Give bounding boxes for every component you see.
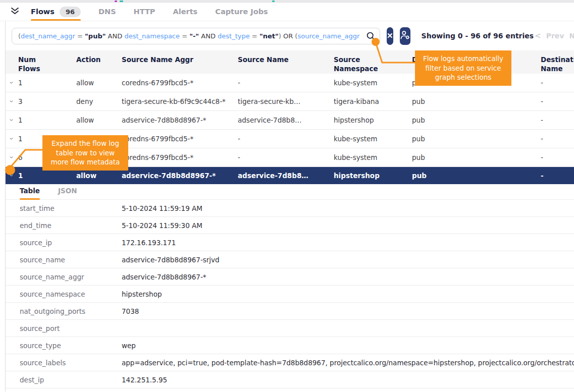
detail-value: 172.16.193.171 — [122, 239, 574, 247]
detail-value: 7038 — [122, 307, 574, 315]
flow-table-row[interactable]: 3 deny tigera-secure-kb-6f9c9c44c8-* tig… — [6, 92, 574, 111]
tab-count-badge: 96 — [60, 7, 81, 17]
expand-row-chevron-icon[interactable] — [10, 174, 18, 178]
query-token: = — [250, 32, 259, 40]
cell-action: allow — [76, 116, 122, 124]
cell-source-name-aggr: coredns-6799fbcd5-* — [122, 135, 238, 143]
prev-button[interactable]: Prev — [545, 32, 565, 40]
expand-row-chevron-icon[interactable] — [10, 118, 18, 122]
log-tab[interactable]: DNS — [98, 3, 116, 21]
cell-source-name: - — [238, 153, 334, 161]
cell-destination-name: - — [541, 135, 574, 143]
cell-source-name-aggr: adservice-7d8b8d8967-* — [122, 172, 238, 180]
log-tab[interactable]: HTTP — [134, 3, 155, 21]
tab-label: HTTP — [134, 8, 155, 16]
cell-action: allow — [76, 79, 122, 87]
tab-label: Alerts — [173, 8, 197, 16]
expand-row-chevron-icon[interactable] — [10, 137, 18, 141]
decorative-speck — [115, 1, 117, 2]
detail-key: source_labels — [20, 359, 122, 367]
prev-chevron-icon[interactable]: < — [534, 31, 542, 40]
detail-tab-label: JSON — [58, 187, 77, 195]
next-button[interactable]: Next — [568, 32, 574, 40]
detail-row: source_ip 172.16.193.171 — [6, 234, 574, 251]
detail-row: source_type wep — [6, 337, 574, 354]
cell-action: allow — [76, 172, 122, 180]
cell-source-name: - — [238, 79, 334, 87]
detail-value: 5-10-2024 11:59:19 AM — [122, 204, 574, 212]
detail-key: source_port — [20, 324, 122, 332]
log-tab[interactable]: Capture Jobs — [215, 3, 268, 21]
detail-value: hipstershop — [122, 290, 574, 298]
detail-tab[interactable]: Table — [20, 187, 40, 199]
query-token: AND — [106, 32, 124, 40]
expand-row-chevron-icon[interactable] — [10, 155, 18, 159]
header-num-flows: Num Flows — [18, 55, 44, 73]
detail-row: source_port — [6, 320, 574, 337]
header-source-name: Source Name — [238, 55, 334, 64]
close-icon: ✕ — [387, 31, 393, 40]
expand-row-chevron-icon[interactable] — [10, 99, 18, 103]
cell-source-namespace: hipstershop — [334, 172, 412, 180]
cutoff-content-strip — [0, 0, 574, 3]
cell-num-flows: 3 — [18, 97, 76, 105]
detail-tab[interactable]: JSON — [58, 187, 77, 199]
log-tab[interactable]: Alerts — [173, 3, 197, 21]
filter-query-text: (dest_name_aggr = "pub" AND dest_namespa… — [12, 32, 361, 40]
query-token: "net" — [259, 32, 279, 40]
cell-source-name: adservice-7d8b8… — [238, 172, 334, 180]
user-settings-button[interactable] — [400, 27, 410, 45]
log-tab[interactable]: Flows 96 — [31, 3, 81, 21]
query-token: dest_type — [218, 32, 250, 40]
collapse-panel-button[interactable] — [10, 3, 20, 21]
decorative-speck — [120, 1, 123, 2]
detail-key: start_time — [20, 204, 122, 212]
detail-key: source_name — [20, 256, 122, 264]
detail-value: app=adservice, pci=true, pod-template-ha… — [122, 359, 574, 367]
flow-table-row[interactable]: 1 allow adservice-7d8b8d8967-* adservice… — [6, 111, 574, 130]
decorative-speck — [272, 1, 275, 2]
query-token: = — [359, 32, 361, 40]
detail-row: end_time 5-10-2024 11:59:30 AM — [6, 217, 574, 234]
detail-key: dest_ip — [20, 376, 122, 384]
cell-dest-name-aggr: pub — [412, 135, 541, 143]
detail-key: source_namespace — [20, 290, 122, 298]
cell-action: deny — [76, 97, 122, 105]
detail-row: source_name_aggr adservice-7d8b8d8967-* — [6, 268, 574, 286]
cell-source-namespace: tigera-kibana — [334, 97, 412, 105]
detail-row: source_namespace hipstershop — [6, 286, 574, 303]
query-token: source_name_aggr — [297, 32, 359, 40]
cell-source-name-aggr: adservice-7d8b8d8967-* — [122, 116, 238, 124]
query-token: AND — [199, 32, 218, 40]
cell-source-name: tigera-secure-kb… — [238, 97, 334, 105]
header-source-name-aggr: Source Name Aggr — [122, 55, 238, 64]
cell-source-namespace: kube-system — [334, 79, 412, 87]
filter-query-input[interactable]: (dest_name_aggr = "pub" AND dest_namespa… — [12, 28, 380, 44]
expand-row-chevron-icon[interactable] — [10, 81, 18, 85]
cell-destination-name: - — [541, 79, 574, 87]
detail-tab-label: Table — [20, 187, 40, 195]
cell-source-namespace: kube-system — [334, 135, 412, 143]
header-destination-name: Destination Name — [541, 55, 574, 73]
detail-row: dest_ip 142.251.5.95 — [6, 371, 574, 388]
clear-filter-button[interactable]: ✕ — [387, 27, 393, 45]
cell-source-name: adservice-7d8b8… — [238, 116, 334, 124]
user-gear-icon — [400, 30, 410, 42]
search-icon[interactable] — [366, 31, 376, 43]
cell-destination-name: - — [541, 116, 574, 124]
query-token: OR — [281, 32, 295, 40]
cell-destination-name: - — [541, 172, 574, 180]
cell-source-name-aggr: tigera-secure-kb-6f9c9c44c8-* — [122, 97, 238, 105]
detail-value: 5-10-2024 11:59:30 AM — [122, 221, 574, 230]
tabs-list: Flows 96 DNS HTTP Alerts Capture Jobs — [31, 3, 286, 21]
cell-source-namespace: kube-system — [334, 153, 412, 161]
filter-toolbar: (dest_name_aggr = "pub" AND dest_namespa… — [6, 21, 574, 50]
query-token: "-" — [189, 32, 199, 40]
tab-label: Capture Jobs — [215, 8, 268, 16]
detail-value: adservice-7d8b8d8967-srjvd — [122, 256, 574, 264]
cell-source-name-aggr: coredns-6799fbcd5-* — [122, 79, 238, 87]
cell-dest-name-aggr: pub — [412, 97, 541, 105]
detail-row: source_name adservice-7d8b8d8967-srjvd — [6, 251, 574, 268]
detail-tabs: Table JSON — [6, 184, 574, 200]
detail-row: source_labels app=adservice, pci=true, p… — [6, 354, 574, 371]
